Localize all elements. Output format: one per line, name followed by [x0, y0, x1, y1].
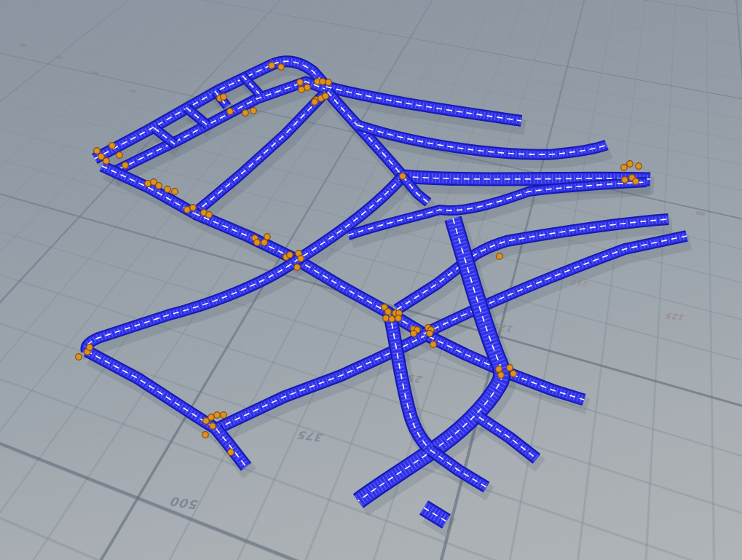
- waypoint-marker[interactable]: [122, 162, 129, 169]
- waypoint-marker[interactable]: [221, 94, 227, 100]
- waypoint-marker[interactable]: [202, 432, 209, 438]
- waypoint-marker[interactable]: [214, 412, 221, 419]
- waypoint-marker[interactable]: [320, 79, 326, 85]
- waypoint-marker[interactable]: [496, 366, 502, 373]
- waypoint-marker[interactable]: [385, 309, 392, 315]
- waypoint-marker[interactable]: [627, 161, 634, 167]
- waypoint-marker[interactable]: [294, 264, 301, 271]
- waypoint-marker[interactable]: [250, 108, 257, 114]
- segment-floating: [479, 417, 537, 459]
- waypoint-marker[interactable]: [206, 212, 213, 218]
- waypoint-marker[interactable]: [165, 186, 171, 193]
- waypoint-marker[interactable]: [621, 165, 628, 171]
- waypoint-marker[interactable]: [383, 315, 390, 322]
- waypoint-marker[interactable]: [87, 344, 93, 351]
- waypoint-marker[interactable]: [208, 414, 215, 421]
- waypoint-marker[interactable]: [427, 331, 433, 337]
- waypoint-marker[interactable]: [76, 354, 82, 360]
- waypoint-marker[interactable]: [297, 79, 304, 86]
- waypoint-marker[interactable]: [190, 205, 197, 211]
- waypoint-marker[interactable]: [221, 412, 227, 419]
- grid-axis-label: 125: [663, 310, 687, 322]
- road-east-middle: [358, 125, 607, 154]
- waypoint-marker[interactable]: [323, 93, 329, 100]
- waypoint-marker[interactable]: [145, 181, 151, 187]
- waypoint-marker[interactable]: [633, 178, 639, 185]
- waypoint-marker[interactable]: [227, 109, 234, 115]
- waypoint-marker[interactable]: [269, 63, 275, 69]
- waypoint-marker[interactable]: [304, 84, 311, 91]
- 3d-viewport[interactable]: 500375250125125250375: [0, 0, 742, 560]
- grid-axis-label: 375: [295, 428, 325, 443]
- waypoint-marker[interactable]: [636, 163, 642, 170]
- waypoint-marker[interactable]: [172, 189, 178, 195]
- waypoint-marker[interactable]: [622, 177, 628, 184]
- road-cross-diagonal: [87, 176, 403, 351]
- waypoint-marker[interactable]: [264, 234, 271, 240]
- waypoint-marker[interactable]: [389, 316, 395, 323]
- waypoint-marker[interactable]: [228, 449, 234, 456]
- waypoint-marker[interactable]: [312, 99, 318, 106]
- waypoint-marker[interactable]: [411, 331, 417, 337]
- faint-grid-label-smudge: [696, 211, 706, 216]
- segment-isolated-box: [424, 508, 446, 521]
- waypoint-marker[interactable]: [242, 110, 249, 117]
- street-cluster-bottom: [102, 166, 194, 213]
- waypoint-marker[interactable]: [98, 154, 105, 160]
- grid-axis-label: 500: [167, 494, 201, 512]
- faint-grid-label-smudge: [91, 71, 98, 74]
- waypoint-marker[interactable]: [103, 158, 110, 165]
- waypoint-marker[interactable]: [400, 173, 406, 180]
- waypoint-marker[interactable]: [430, 342, 437, 348]
- waypoint-marker[interactable]: [278, 64, 285, 71]
- waypoint-marker[interactable]: [497, 253, 503, 260]
- waypoint-marker[interactable]: [299, 87, 305, 93]
- map-geometry-layer: 500375250125125250375: [0, 0, 742, 560]
- waypoint-marker[interactable]: [184, 207, 191, 213]
- faint-grid-label-smudge: [129, 89, 136, 92]
- waypoint-marker[interactable]: [325, 79, 332, 86]
- waypoint-marker[interactable]: [156, 183, 162, 189]
- road-cross-diagonal-shadow: [90, 183, 406, 358]
- waypoint-marker[interactable]: [510, 371, 517, 377]
- waypoint-marker[interactable]: [94, 148, 100, 154]
- faint-grid-label-smudge: [20, 43, 26, 47]
- waypoint-marker[interactable]: [395, 315, 402, 322]
- waypoint-marker[interactable]: [117, 152, 123, 159]
- waypoint-marker[interactable]: [298, 256, 304, 262]
- waypoint-marker[interactable]: [254, 240, 261, 246]
- waypoint-marker[interactable]: [287, 252, 293, 259]
- waypoint-marker[interactable]: [498, 372, 505, 379]
- waypoint-marker[interactable]: [210, 423, 216, 430]
- road-loop-bottom-left: [87, 351, 216, 429]
- grid-axis-labels: 500375250125125250375: [20, 43, 705, 511]
- waypoint-marker[interactable]: [507, 365, 513, 371]
- waypoint-marker[interactable]: [261, 240, 268, 246]
- road-east-lower: [403, 176, 650, 179]
- waypoint-marker[interactable]: [109, 143, 116, 149]
- faint-grid-label-smudge: [56, 55, 63, 59]
